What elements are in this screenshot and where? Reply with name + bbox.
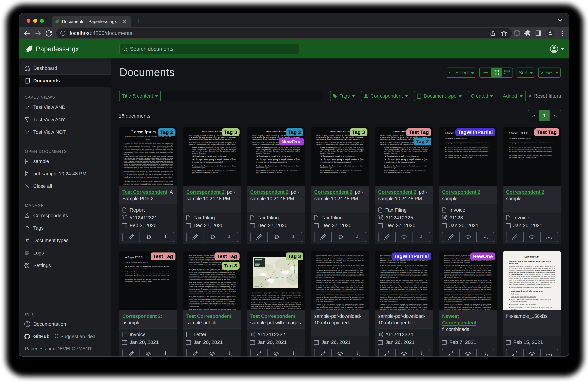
svg-text:Google Earth: Google Earth xyxy=(254,285,263,287)
